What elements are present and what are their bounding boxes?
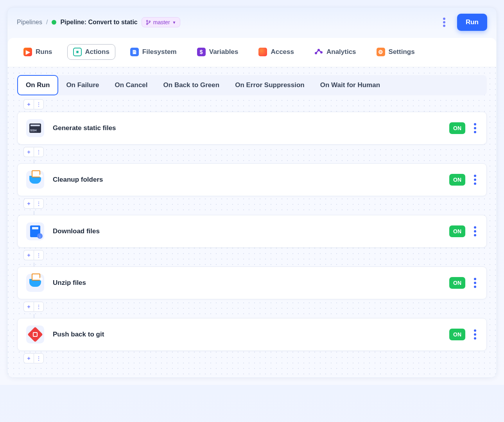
tab-runs[interactable]: ▶ Runs <box>18 45 58 59</box>
svg-point-1 <box>146 23 147 24</box>
add-step-button[interactable]: + <box>23 147 34 157</box>
tab-filesystem-label: Filesystem <box>142 48 177 56</box>
step-menu-button[interactable] <box>472 225 478 238</box>
trigger-on-cancel[interactable]: On Cancel <box>107 76 155 95</box>
step-title: Unzip files <box>53 279 86 287</box>
step-title: Generate static files <box>53 124 116 132</box>
tab-analytics[interactable]: Analytics <box>309 45 362 59</box>
runs-icon: ▶ <box>23 48 32 56</box>
tab-access[interactable]: Access <box>253 45 300 59</box>
tab-actions-label: Actions <box>85 48 109 56</box>
insert-row: + ⋮ <box>23 250 487 260</box>
tab-variables-label: Variables <box>209 48 239 56</box>
step-insert-menu[interactable]: ⋮ <box>34 99 44 109</box>
step-right: ON <box>449 173 478 186</box>
step-title: Download files <box>53 227 100 235</box>
tab-runs-label: Runs <box>36 48 52 56</box>
tab-actions[interactable]: Actions <box>67 44 115 60</box>
connector-line <box>34 159 34 163</box>
analytics-icon <box>314 48 323 56</box>
step-menu-button[interactable] <box>472 173 478 186</box>
step-menu-button[interactable] <box>472 276 478 290</box>
breadcrumb: Pipelines / Pipeline: Convert to static … <box>17 17 180 27</box>
step-card[interactable]: Push back to git ON <box>17 318 487 351</box>
breadcrumb-separator: / <box>46 19 48 26</box>
pipeline-window: Pipelines / Pipeline: Convert to static … <box>7 7 497 378</box>
access-icon <box>258 48 267 56</box>
docker-icon <box>26 171 44 189</box>
insert-row: + ⋮ <box>23 198 487 209</box>
trigger-on-error-suppression[interactable]: On Error Suppression <box>227 76 312 95</box>
step-right: ON <box>449 328 478 341</box>
status-dot-icon <box>52 20 56 25</box>
svg-point-2 <box>149 21 150 22</box>
insert-row: + ⋮ <box>23 99 487 109</box>
download-icon <box>26 222 44 240</box>
step-state-badge[interactable]: ON <box>449 225 465 237</box>
git-branch-icon <box>146 20 151 25</box>
step-left: Download files <box>26 222 100 240</box>
filesystem-icon: 🗎 <box>130 48 139 56</box>
trigger-tabs: On Run On Failure On Cancel On Back to G… <box>17 75 487 95</box>
page-title: Pipeline: Convert to static <box>60 19 137 26</box>
branch-label: master <box>153 19 170 25</box>
step-right: ON <box>449 225 478 238</box>
topbar: Pipelines / Pipeline: Convert to static … <box>7 7 497 38</box>
trigger-on-run[interactable]: On Run <box>17 75 58 95</box>
add-step-button[interactable]: + <box>23 250 34 260</box>
insert-row: + ⋮ <box>23 353 487 363</box>
action-flow: + ⋮ SSH Generate static files ON + <box>17 99 487 363</box>
step-right: ON <box>449 276 478 290</box>
breadcrumb-root[interactable]: Pipelines <box>17 19 42 26</box>
step-insert-menu[interactable]: ⋮ <box>34 353 44 363</box>
trigger-on-failure[interactable]: On Failure <box>58 76 107 95</box>
trigger-on-back-to-green[interactable]: On Back to Green <box>156 76 228 95</box>
add-step-button[interactable]: + <box>23 353 34 363</box>
step-card[interactable]: SSH Generate static files ON <box>17 112 487 145</box>
step-card[interactable]: Cleanup folders ON <box>17 163 487 196</box>
step-insert-menu[interactable]: ⋮ <box>34 147 44 157</box>
step-state-badge[interactable]: ON <box>449 277 465 289</box>
variables-icon: $ <box>197 48 206 56</box>
svg-point-0 <box>146 20 147 21</box>
step-insert-menu[interactable]: ⋮ <box>34 302 44 312</box>
step-state-badge[interactable]: ON <box>449 174 465 186</box>
content-area: On Run On Failure On Cancel On Back to G… <box>8 67 496 377</box>
step-card[interactable]: Download files ON <box>17 215 487 248</box>
step-left: SSH Generate static files <box>26 119 116 137</box>
trigger-on-wait-for-human[interactable]: On Wait for Human <box>312 76 388 95</box>
step-insert-menu[interactable]: ⋮ <box>34 198 44 209</box>
chevron-down-icon: ▼ <box>172 20 176 25</box>
settings-icon: ⚙ <box>377 48 385 56</box>
add-step-button[interactable]: + <box>23 302 34 312</box>
actions-icon <box>73 48 82 56</box>
branch-selector[interactable]: master ▼ <box>142 17 181 27</box>
connector-line <box>34 314 34 318</box>
insert-row: + ⋮ <box>23 147 487 157</box>
step-title: Push back to git <box>53 331 104 338</box>
step-card[interactable]: Unzip files ON <box>17 266 487 299</box>
step-insert-menu[interactable]: ⋮ <box>34 250 44 260</box>
add-step-button[interactable]: + <box>23 198 34 209</box>
step-left: Push back to git <box>26 325 104 343</box>
tab-settings[interactable]: ⚙ Settings <box>371 45 420 59</box>
tab-variables[interactable]: $ Variables <box>192 45 244 59</box>
tab-access-label: Access <box>271 48 294 56</box>
step-menu-button[interactable] <box>472 122 478 135</box>
step-right: ON <box>449 122 478 135</box>
step-state-badge[interactable]: ON <box>449 122 465 134</box>
run-button[interactable]: Run <box>457 14 487 31</box>
step-title: Cleanup folders <box>53 176 103 184</box>
main-panel: ▶ Runs Actions 🗎 Filesystem $ Variables … <box>8 38 496 377</box>
tabs: ▶ Runs Actions 🗎 Filesystem $ Variables … <box>8 38 496 67</box>
tab-analytics-label: Analytics <box>326 48 356 56</box>
step-left: Cleanup folders <box>26 171 103 189</box>
insert-row: + ⋮ <box>23 302 487 312</box>
more-menu-button[interactable] <box>438 16 450 28</box>
vertical-dots-icon <box>441 16 447 29</box>
top-actions: Run <box>438 14 487 31</box>
step-menu-button[interactable] <box>472 328 478 341</box>
step-state-badge[interactable]: ON <box>449 329 465 340</box>
tab-filesystem[interactable]: 🗎 Filesystem <box>125 45 182 59</box>
add-step-button[interactable]: + <box>23 99 34 109</box>
